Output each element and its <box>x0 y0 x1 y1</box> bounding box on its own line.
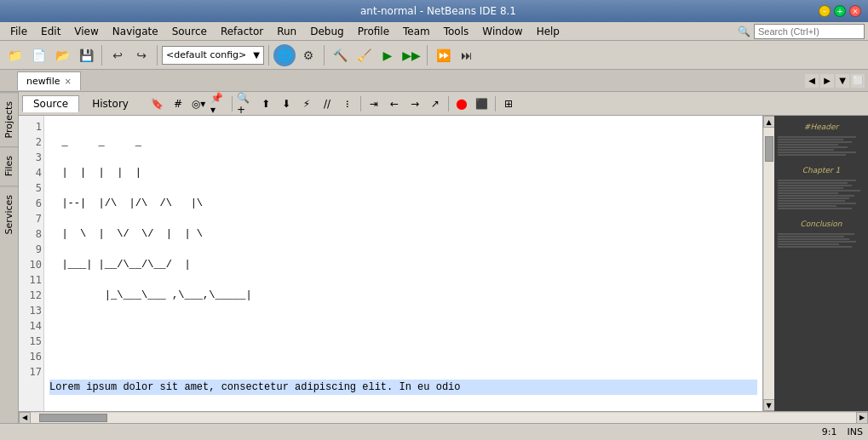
config-dropdown[interactable]: <default config> ▼ <box>162 46 264 65</box>
scroll-left-arrow[interactable]: ◀ <box>19 412 31 424</box>
fast-import[interactable]: ⚡ <box>297 94 316 113</box>
search-icon: 🔍 <box>738 26 750 37</box>
scroll-down-arrow[interactable]: ▼ <box>763 399 775 411</box>
scroll-right-arrow[interactable]: ▶ <box>856 412 868 424</box>
h-scroll-thumb[interactable] <box>39 414 107 422</box>
minimize-button[interactable]: – <box>819 5 831 17</box>
prev-occurrence[interactable]: ⬆ <box>256 94 275 113</box>
code-editor-area: 1 2 3 4 5 6 7 8 9 10 11 12 13 14 <box>19 116 868 411</box>
toggle-linenumbers[interactable]: # <box>169 94 187 113</box>
horizontal-scrollbar[interactable]: ◀ ▶ <box>19 411 868 423</box>
format-btn[interactable]: ⫶ <box>338 94 357 113</box>
tab-filename: newfile <box>26 76 60 87</box>
open-project-button[interactable]: 📂 <box>51 44 73 66</box>
close-button[interactable]: × <box>849 5 861 17</box>
new-file-button[interactable]: 📄 <box>27 44 49 66</box>
debug-button[interactable]: ▶▶ <box>400 44 423 66</box>
code-line-8 <box>49 349 757 364</box>
menu-run[interactable]: Run <box>270 24 303 39</box>
undo-button[interactable]: ↩ <box>106 44 129 66</box>
line-numbers: 1 2 3 4 5 6 7 8 9 10 11 12 13 14 <box>19 116 44 411</box>
status-bar: 9:1 INS <box>0 423 868 440</box>
main-content: Projects Files Services Source History 🔖… <box>0 92 868 423</box>
zoom-in[interactable]: 🔍+ <box>236 94 255 113</box>
tab-controls: ◀ ▶ ▼ ⬜ <box>805 74 868 88</box>
profile-run-button[interactable]: ⏩ <box>432 44 454 66</box>
build-button[interactable]: 🔨 <box>329 44 351 66</box>
next-occurrence[interactable]: ⬇ <box>277 94 296 113</box>
navigate-fwd[interactable]: → <box>405 94 424 113</box>
scroll-up-arrow[interactable]: ▲ <box>763 116 775 128</box>
toggle-comment[interactable]: // <box>318 94 336 113</box>
toolbar-sep-1 <box>101 45 102 66</box>
sidebar-item-services[interactable]: Services <box>0 186 18 243</box>
menu-profile[interactable]: Profile <box>351 24 396 39</box>
sidebar-item-files[interactable]: Files <box>0 146 18 185</box>
tab-history[interactable]: History <box>81 95 140 112</box>
toolbar-sep-4 <box>324 45 325 66</box>
vertical-scrollbar[interactable]: ▲ ▼ <box>762 116 774 411</box>
tab-dropdown[interactable]: ▼ <box>836 74 849 88</box>
run-button[interactable]: ▶ <box>377 44 399 66</box>
toolbar-btn-extra[interactable]: ⚙ <box>297 44 319 66</box>
menu-edit[interactable]: Edit <box>34 24 67 39</box>
menu-refactor[interactable]: Refactor <box>214 24 270 39</box>
menu-window[interactable]: Window <box>475 24 529 39</box>
status-right: 9:1 INS <box>822 426 863 437</box>
sidebar-item-projects[interactable]: Projects <box>0 92 18 146</box>
scroll-right-tab[interactable]: ▶ <box>820 74 834 88</box>
search-input[interactable] <box>754 24 865 39</box>
navigate-btn[interactable]: ⇥ <box>365 94 383 113</box>
search-area: 🔍 <box>738 24 865 39</box>
config-dropdown-arrow: ▼ <box>253 50 260 60</box>
menu-view[interactable]: View <box>67 24 105 39</box>
deactivate-btn[interactable]: ⬛ <box>473 94 491 113</box>
toolbar-sep-5 <box>427 45 428 66</box>
menu-team[interactable]: Team <box>396 24 437 39</box>
clean-build-button[interactable]: 🧹 <box>353 44 375 66</box>
document-tab-newfile[interactable]: newfile × <box>17 71 81 90</box>
mark-occurrences[interactable]: ◎▾ <box>189 94 208 113</box>
ed-sep-3 <box>448 96 449 111</box>
code-line-7 <box>49 318 757 334</box>
new-project-button[interactable]: 📁 <box>3 44 26 66</box>
right-preview-lines-2 <box>778 180 865 209</box>
menu-source[interactable]: Source <box>165 24 214 39</box>
right-section-header: #Header <box>778 123 865 131</box>
annotation-btn[interactable]: 📌▾ <box>210 94 228 113</box>
code-content[interactable]: _ _ _ | | | | | |--| |/\ |/\ /\ |\ | \ |… <box>44 116 762 411</box>
menu-debug[interactable]: Debug <box>303 24 350 39</box>
go-to-source[interactable]: ↗ <box>426 94 445 113</box>
ed-sep-2 <box>360 96 361 111</box>
code-line-10: in enim rutrum cursus. Vivamus accumsan … <box>49 410 757 411</box>
window-controls: – + × <box>819 5 861 17</box>
scroll-track[interactable] <box>764 128 774 399</box>
save-button[interactable]: 💾 <box>75 44 97 66</box>
toggle-bookmarks[interactable]: 🔖 <box>148 94 167 113</box>
menu-navigate[interactable]: Navigate <box>106 24 165 39</box>
toolbar-sep-3 <box>268 45 269 66</box>
test-button[interactable]: ⏭ <box>456 44 478 66</box>
maximize-editor[interactable]: ⬜ <box>851 74 865 88</box>
right-preview-lines-3 <box>778 233 865 248</box>
toggle-breakpoint[interactable]: ⬤ <box>452 94 471 113</box>
tab-source[interactable]: Source <box>22 95 79 112</box>
globe-button[interactable]: 🌐 <box>273 44 296 66</box>
maximize-button[interactable]: + <box>834 5 846 17</box>
h-scroll-track[interactable] <box>31 413 856 423</box>
tab-close-button[interactable]: × <box>65 77 72 86</box>
code-editor-container[interactable]: 1 2 3 4 5 6 7 8 9 10 11 12 13 14 <box>19 116 762 411</box>
ed-sep-4 <box>495 96 496 111</box>
navigate-back[interactable]: ← <box>385 94 404 113</box>
menu-help[interactable]: Help <box>530 24 566 39</box>
expand-all[interactable]: ⊞ <box>499 94 518 113</box>
scroll-left-tab[interactable]: ◀ <box>805 74 819 88</box>
scroll-thumb[interactable] <box>765 136 773 162</box>
code-line-1: _ _ _ <box>49 134 757 150</box>
menu-tools[interactable]: Tools <box>437 24 476 39</box>
document-tab-row: newfile × ◀ ▶ ▼ ⬜ <box>0 70 868 92</box>
toolbar-sep-2 <box>157 45 158 66</box>
code-line-5: |___| |__/\__/\__/ | <box>49 257 757 272</box>
redo-button[interactable]: ↪ <box>130 44 152 66</box>
menu-file[interactable]: File <box>3 24 34 39</box>
